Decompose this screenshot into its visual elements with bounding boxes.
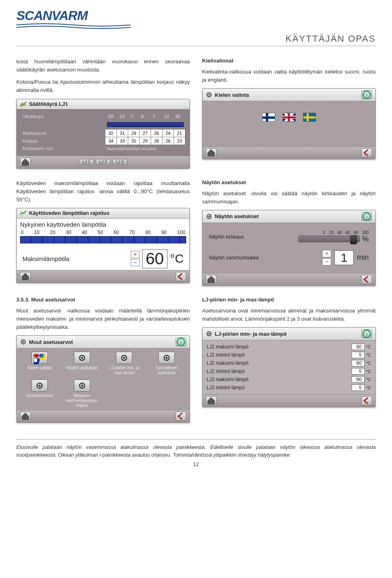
section-heading: Näytön asetukset xyxy=(202,179,376,185)
kv-max-label: Maksimilämpötila xyxy=(22,255,69,262)
svg-point-13 xyxy=(81,357,83,359)
svg-text:i: i xyxy=(366,213,367,220)
body-text: tusta huonelämpötilaan vähintään vuoroka… xyxy=(16,58,190,74)
page-number: 12 xyxy=(16,461,376,467)
lj-row[interactable]: LJ3 minimi lämpö5°C xyxy=(207,384,371,392)
decrease-button[interactable]: − xyxy=(322,258,331,266)
lj-row[interactable]: LJ2 minimi lämpö5°C xyxy=(207,367,371,375)
svg-text:i: i xyxy=(366,91,367,98)
menu-item-varo[interactable]: Varolaitteen asetukset xyxy=(148,352,185,375)
body-text: Kotona/Poissa tai Ajastustoiminnon aiheu… xyxy=(16,78,190,94)
gear-icon xyxy=(206,91,212,98)
svg-point-19 xyxy=(38,385,40,387)
flag-uk[interactable] xyxy=(283,113,296,122)
info-button[interactable]: i xyxy=(361,212,372,221)
gear-icon xyxy=(20,339,27,345)
info-button[interactable]: i xyxy=(176,337,186,346)
back-button[interactable] xyxy=(176,272,186,281)
section-heading: LJ-piirien min- ja max-lämpö xyxy=(202,297,376,303)
lj-row[interactable]: LJ1 maksimi lämpö90°C xyxy=(207,343,371,351)
flag-finland[interactable] xyxy=(262,113,275,122)
decrease-button[interactable]: − xyxy=(131,259,140,266)
saatokayra-table: Ulkolämpö -20-13-7071320 Asetusarvot 323… xyxy=(21,113,185,152)
home-button[interactable] xyxy=(20,158,31,167)
page-title: KÄYTTÄJÄN OPAS xyxy=(16,33,376,46)
chart-icon xyxy=(20,210,27,216)
info-button[interactable]: i xyxy=(361,90,372,99)
panel-title: Kielen valinta xyxy=(215,92,249,98)
brand-logo: SCANVARM xyxy=(16,8,376,31)
tab-lj1[interactable]: LJ 1 xyxy=(79,159,94,165)
flag-sweden[interactable] xyxy=(303,113,316,122)
panel-title: Näytön asetukset xyxy=(215,213,259,219)
lj-piirien-panel: LJ-piirien min- ja max-lämpö i LJ1 maksi… xyxy=(202,327,376,407)
svg-text:i: i xyxy=(180,339,181,346)
kv-unit: °C xyxy=(170,252,184,266)
lj-row[interactable]: LJ1 minimi lämpö5°C xyxy=(207,351,371,359)
svg-point-17 xyxy=(166,357,168,359)
home-button[interactable] xyxy=(206,275,216,284)
timeout-value: 1 xyxy=(334,250,354,265)
increase-button[interactable]: + xyxy=(131,251,140,258)
back-button[interactable] xyxy=(361,148,372,157)
svg-point-5 xyxy=(208,216,210,217)
panel-title: Käyttöveden lämpötilan rajoitus xyxy=(29,210,109,216)
panel-title: LJ-piirien min- ja max-lämpö xyxy=(215,331,287,337)
panel-title: Säätökäyrä LJ1 xyxy=(29,101,68,107)
back-button[interactable] xyxy=(361,396,372,405)
svg-point-9 xyxy=(22,341,24,343)
menu-item-lj[interactable]: LJ-piirien min- ja max-lämpö xyxy=(106,352,143,375)
gear-icon xyxy=(206,330,212,337)
timeout-unit: min xyxy=(357,253,369,262)
menu-item-maapiiri[interactable]: Maapiirin kiertovesipumpun ohjaus xyxy=(63,379,101,408)
brightness-unit: % xyxy=(362,235,369,243)
svg-text:i: i xyxy=(366,330,367,337)
muut-asetusarvot-panel: Muut asetusarvot i Kielen valinta Näytön… xyxy=(16,335,190,423)
menu-item-kieli[interactable]: Kielen valinta xyxy=(21,352,58,375)
chart-icon xyxy=(20,101,27,107)
timeout-label: Näytön sammumisaika xyxy=(209,255,258,261)
home-button[interactable] xyxy=(20,272,31,281)
kv-scale: 0102030405060708090100 xyxy=(20,230,186,235)
lj-row[interactable]: LJ3 maksimi lämpö90°C xyxy=(207,375,371,384)
svg-point-15 xyxy=(123,357,125,359)
info-button[interactable]: i xyxy=(361,329,372,338)
svg-point-21 xyxy=(81,385,83,387)
kv-value: 60 xyxy=(142,249,168,268)
svg-point-1 xyxy=(208,94,210,96)
section-number: 3.5.3. Muut asetusarvot xyxy=(16,297,190,303)
tab-lj2[interactable]: LJ 2 xyxy=(96,159,111,165)
brightness-label: Näytön kirkkaus xyxy=(209,234,244,240)
svg-point-23 xyxy=(208,333,210,335)
menu-item-nayto[interactable]: Näytön asetukset xyxy=(63,352,101,375)
back-button[interactable] xyxy=(176,412,186,421)
body-text: Käyttöveden maksimilämpötilaa voidaan ra… xyxy=(16,179,190,204)
back-button[interactable] xyxy=(361,275,372,284)
kayttoveden-panel: Käyttöveden lämpötilan rajoitus Nykyinen… xyxy=(16,208,190,283)
tab-lj3[interactable]: LJ 3 xyxy=(112,159,127,165)
body-text: Muut asetusarvot -valikossa voidaan määr… xyxy=(16,307,190,331)
brand-text: SCANVARM xyxy=(16,8,376,23)
home-button[interactable] xyxy=(206,148,216,157)
body-text: Asetusarvoina ovat minimiarvoissa alimma… xyxy=(202,307,376,323)
kv-bar xyxy=(20,236,186,243)
gear-icon xyxy=(206,213,212,220)
body-text: Näytön asetukset -sivulla voi säätää näy… xyxy=(202,190,376,206)
brightness-ticks: 020406080100 xyxy=(323,230,369,235)
brand-waves xyxy=(16,23,131,30)
menu-item-kesa[interactable]: Kesätoiminnot xyxy=(21,379,58,408)
kv-current-label: Nykyinen käyttöveden lämpötila xyxy=(20,220,186,230)
section-heading: Kielivalinnat xyxy=(202,58,376,64)
body-text: Kielivalinta-valikossa voidaan valita kä… xyxy=(202,68,376,84)
nayton-asetukset-panel: Näytön asetukset i Näytön kirkkaus 02040… xyxy=(202,210,376,286)
home-button[interactable] xyxy=(206,396,216,405)
kielen-valinta-panel: Kielen valinta i xyxy=(202,88,376,159)
home-button[interactable] xyxy=(20,412,31,421)
increase-button[interactable]: + xyxy=(322,250,331,257)
panel-title: Muut asetusarvot xyxy=(29,339,73,345)
brightness-slider[interactable] xyxy=(298,236,360,242)
saatokayra-panel: Säätökäyrä LJ1 Ulkolämpö -20-13-7071320 … xyxy=(16,99,190,169)
lj-row[interactable]: LJ2 maksimi lämpö90°C xyxy=(207,359,371,367)
footer-note: Etusivulle palataan näytön vasemmassa al… xyxy=(16,444,376,459)
